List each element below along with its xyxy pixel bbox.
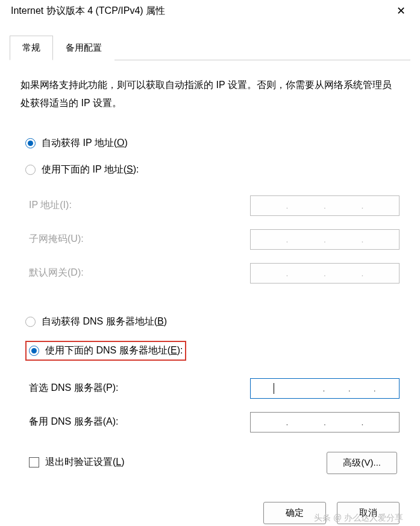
label-alternate-dns: 备用 DNS 服务器(A): bbox=[29, 416, 118, 428]
radio-ip-manual[interactable]: 使用下面的 IP 地址(S): bbox=[25, 162, 400, 178]
label-ip-address: IP 地址(I): bbox=[29, 199, 72, 212]
dialog-buttons: 确定 取消 bbox=[10, 490, 410, 526]
input-subnet-mask: ... bbox=[250, 229, 400, 250]
radio-dns-manual[interactable]: 使用下面的 DNS 服务器地址(E): bbox=[23, 341, 400, 361]
row-ip-address: IP 地址(I): ... bbox=[29, 189, 400, 223]
radio-dns-manual-label: 使用下面的 DNS 服务器地址(E): bbox=[45, 344, 183, 357]
row-default-gateway: 默认网关(D): ... bbox=[29, 256, 400, 290]
input-default-gateway: ... bbox=[250, 263, 400, 284]
panel-general: 如果网络支持此功能，则可以获取自动指派的 IP 设置。否则，你需要从网络系统管理… bbox=[10, 60, 410, 479]
checkbox-icon bbox=[29, 457, 39, 467]
dns-fields: 首选 DNS 服务器(P): ... 备用 DNS 服务器(A): ... bbox=[29, 372, 400, 439]
radio-icon bbox=[25, 317, 36, 327]
input-alternate-dns[interactable]: ... bbox=[250, 412, 400, 433]
radio-icon bbox=[25, 138, 36, 148]
description-text: 如果网络支持此功能，则可以获取自动指派的 IP 设置。否则，你需要从网络系统管理… bbox=[20, 76, 400, 113]
row-alternate-dns: 备用 DNS 服务器(A): ... bbox=[29, 405, 400, 439]
radio-ip-auto-label: 自动获得 IP 地址(O) bbox=[42, 137, 128, 150]
highlight-box: 使用下面的 DNS 服务器地址(E): bbox=[25, 341, 186, 361]
dialog-content: 常规 备用配置 如果网络支持此功能，则可以获取自动指派的 IP 设置。否则，你需… bbox=[0, 22, 420, 526]
window-title: Internet 协议版本 4 (TCP/IPv4) 属性 bbox=[11, 5, 165, 17]
text-caret bbox=[274, 383, 274, 394]
radio-ip-manual-label: 使用下面的 IP 地址(S): bbox=[42, 163, 139, 176]
cancel-button[interactable]: 取消 bbox=[337, 502, 400, 524]
titlebar: Internet 协议版本 4 (TCP/IPv4) 属性 ✕ bbox=[0, 0, 420, 22]
tab-general[interactable]: 常规 bbox=[10, 36, 53, 60]
tab-alternate[interactable]: 备用配置 bbox=[53, 36, 114, 60]
tab-strip: 常规 备用配置 bbox=[10, 35, 410, 60]
label-preferred-dns: 首选 DNS 服务器(P): bbox=[29, 382, 118, 394]
label-default-gateway: 默认网关(D): bbox=[29, 267, 84, 279]
input-ip-address: ... bbox=[250, 195, 400, 216]
input-preferred-dns[interactable]: ... bbox=[250, 378, 400, 399]
radio-icon bbox=[25, 165, 36, 175]
checkbox-validate-label: 退出时验证设置(L) bbox=[45, 456, 125, 469]
radio-dns-auto[interactable]: 自动获得 DNS 服务器地址(B) bbox=[25, 314, 400, 330]
radio-dns-auto-label: 自动获得 DNS 服务器地址(B) bbox=[42, 315, 167, 328]
row-preferred-dns: 首选 DNS 服务器(P): ... bbox=[29, 372, 400, 405]
close-icon[interactable]: ✕ bbox=[392, 4, 410, 17]
radio-icon bbox=[29, 346, 39, 356]
row-subnet-mask: 子网掩码(U): ... bbox=[29, 223, 400, 256]
radio-ip-auto[interactable]: 自动获得 IP 地址(O) bbox=[25, 136, 400, 151]
advanced-button[interactable]: 高级(V)... bbox=[327, 452, 397, 474]
ok-button[interactable]: 确定 bbox=[263, 502, 326, 524]
ip-fields: IP 地址(I): ... 子网掩码(U): ... 默认网关(D): ... bbox=[29, 189, 400, 290]
label-subnet-mask: 子网掩码(U): bbox=[29, 233, 84, 246]
